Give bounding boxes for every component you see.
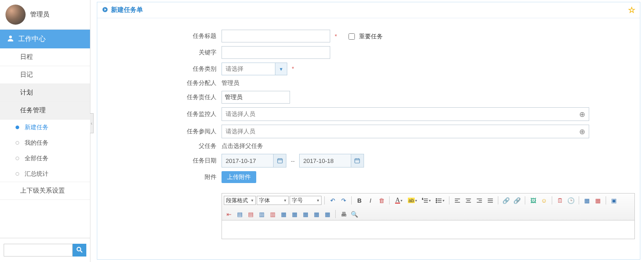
delete-col-icon[interactable]: ▦ (311, 209, 322, 219)
calendar-icon[interactable] (273, 154, 286, 167)
font-size-select[interactable]: 字号▾ (290, 196, 322, 205)
svg-rect-9 (355, 159, 360, 163)
task-title-input[interactable] (222, 30, 330, 42)
nav-item-schedule[interactable]: 日程 (0, 48, 90, 66)
important-checkbox[interactable] (348, 33, 355, 40)
table-delete-icon[interactable]: ▦ (593, 195, 603, 205)
undo-icon[interactable]: ↶ (327, 195, 338, 205)
print-icon[interactable]: 🖶 (338, 209, 348, 219)
subnav-new-task[interactable]: 新建任务 (0, 120, 90, 135)
insert-col-before-icon[interactable]: ▥ (257, 209, 267, 219)
arrow-right-circle-icon (102, 6, 108, 14)
editor-body[interactable] (222, 220, 634, 239)
search-button[interactable] (73, 244, 86, 257)
split-cells-icon[interactable]: ▦ (290, 209, 300, 219)
label-parent: 父任务 (102, 141, 221, 151)
nav-item-diary[interactable]: 日记 (0, 66, 90, 84)
svg-point-17 (436, 198, 437, 199)
subnav-summary[interactable]: 汇总统计 (0, 166, 90, 182)
nav-item-plan[interactable]: 计划 (0, 84, 90, 102)
highlight-icon[interactable]: ab▾ (406, 195, 419, 205)
nav-section-title: 工作中心 (18, 35, 46, 43)
start-date-value: 2017-10-17 (222, 154, 273, 167)
align-left-icon[interactable] (452, 195, 462, 205)
time-insert-icon[interactable]: 🕒 (566, 195, 576, 205)
nav-item-hierarchy[interactable]: 上下级关系设置 (0, 182, 90, 200)
insert-row-before-icon[interactable]: ▤ (235, 209, 245, 219)
label-keyword: 关键字 (102, 46, 221, 59)
bold-icon[interactable]: B (354, 195, 364, 205)
parent-task-link[interactable]: 点击选择父任务 (222, 142, 263, 149)
sidebar-collapse-handle[interactable]: ‹ (90, 113, 94, 133)
assigner-value: 管理员 (222, 79, 239, 86)
align-right-icon[interactable] (474, 195, 484, 205)
form-area: 任务标题 * 重要任务 关键字 (97, 18, 640, 247)
label-dates: 任务日期 (102, 153, 221, 168)
task-subnav: 新建任务 我的任务 全部任务 汇总统计 (0, 120, 90, 182)
emoji-icon[interactable]: ☺ (539, 195, 549, 205)
add-person-icon[interactable] (575, 108, 589, 121)
svg-point-19 (436, 202, 437, 203)
insert-row-after-icon[interactable]: ▤ (246, 209, 256, 219)
clear-format-icon[interactable]: 🗑 (376, 195, 386, 205)
align-justify-icon[interactable] (485, 195, 495, 205)
end-date-input[interactable]: 2017-10-18 (299, 154, 364, 168)
bullet-icon (16, 141, 19, 145)
image-icon[interactable]: 🖼 (528, 195, 538, 205)
important-label: 重要任务 (359, 32, 383, 41)
add-person-icon[interactable] (575, 125, 589, 138)
search-input[interactable] (4, 244, 73, 257)
supervisor-placeholder: 请选择人员 (222, 108, 575, 121)
merge-cells-icon[interactable]: ▦ (279, 209, 289, 219)
subnav-label: 汇总统计 (25, 170, 48, 178)
favorite-star-icon[interactable]: ☆ (628, 5, 635, 15)
category-select-text: 请选择 (222, 63, 275, 75)
panel-title: 新建任务单 (111, 6, 143, 14)
table-props-icon[interactable]: ▦ (322, 209, 333, 219)
date-insert-icon[interactable]: 🗓 (555, 195, 565, 205)
label-assigner: 任务分配人 (102, 79, 221, 88)
upload-button[interactable]: 上传附件 (222, 171, 256, 183)
reviewer-picker[interactable]: 请选择人员 (222, 125, 589, 138)
align-center-icon[interactable] (463, 195, 473, 205)
font-color-icon[interactable]: A▾ (392, 195, 405, 205)
subnav-label: 我的任务 (25, 139, 48, 147)
responsible-field[interactable]: 管理员 (222, 91, 290, 104)
nav-section-work-center[interactable]: 工作中心 (0, 30, 90, 48)
editor-toolbar: 段落格式▾ 字体▾ 字号▾ ↶ ↷ (222, 194, 634, 220)
paragraph-format-select[interactable]: 段落格式▾ (224, 196, 256, 205)
calendar-icon[interactable] (351, 154, 364, 167)
fullscreen-icon[interactable]: ▣ (609, 195, 619, 205)
subnav-all-tasks[interactable]: 全部任务 (0, 151, 90, 166)
required-marker: * (335, 33, 337, 40)
ordered-list-icon[interactable]: 1▾ (420, 195, 433, 205)
nav-list: 日程 日记 计划 任务管理 (0, 48, 90, 120)
label-responsible: 任务责任人 (102, 90, 221, 104)
required-marker: * (292, 65, 294, 72)
supervisor-picker[interactable]: 请选择人员 (222, 107, 589, 121)
subnav-my-tasks[interactable]: 我的任务 (0, 135, 90, 151)
responsible-value: 管理员 (225, 93, 243, 101)
panel-header: 新建任务单 ☆ (97, 2, 640, 18)
unordered-list-icon[interactable]: ▾ (433, 195, 446, 205)
table-icon[interactable]: ▦ (582, 195, 592, 205)
nav-list-2: 上下级关系设置 (0, 182, 90, 200)
subnav-label: 全部任务 (25, 154, 48, 162)
nav-item-task-mgmt[interactable]: 任务管理 (0, 102, 90, 120)
tb-indent-left-icon[interactable]: ⇤ (224, 209, 234, 219)
svg-line-2 (80, 251, 82, 252)
font-family-select[interactable]: 字体▾ (257, 196, 289, 205)
delete-row-icon[interactable]: ▦ (301, 209, 311, 219)
keyword-input[interactable] (222, 46, 330, 59)
preview-icon[interactable]: 🔍 (349, 209, 359, 219)
insert-col-after-icon[interactable]: ▥ (268, 209, 278, 219)
start-date-input[interactable]: 2017-10-17 (222, 154, 286, 168)
svg-point-18 (436, 200, 437, 201)
redo-icon[interactable]: ↷ (338, 195, 348, 205)
italic-icon[interactable]: I (365, 195, 375, 205)
bullet-icon (16, 126, 19, 129)
category-select[interactable]: 请选择 ▼ (222, 63, 287, 75)
unlink-icon[interactable]: 🔗̸ (512, 195, 522, 205)
link-icon[interactable]: 🔗 (501, 195, 511, 205)
panel-new-task: 新建任务单 ☆ 任务标题 * 重要任务 (97, 2, 640, 260)
